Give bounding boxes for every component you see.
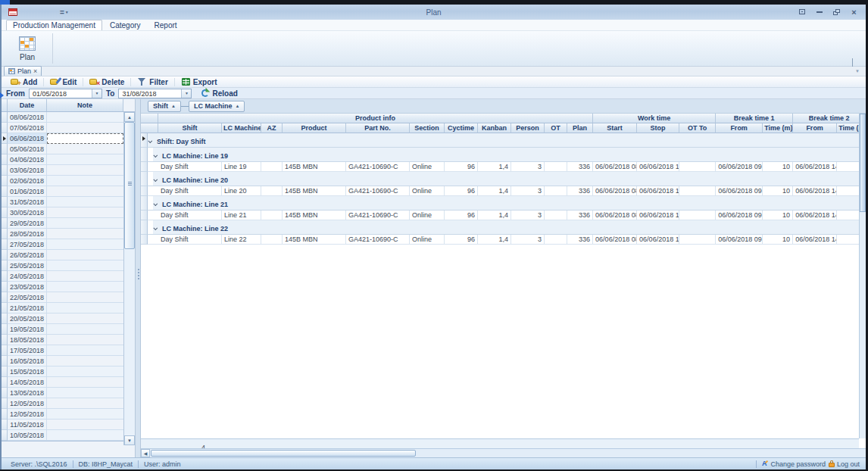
cell-break1-from[interactable]: 06/06/2018 09:50 (716, 162, 763, 172)
column-header-ot[interactable]: OT (545, 123, 567, 133)
note-cell[interactable] (47, 218, 123, 229)
plan-ribbon-button[interactable]: Plan (8, 33, 47, 64)
cell-stop[interactable]: 06/06/2018 17:00 (637, 211, 679, 220)
scroll-up-button[interactable]: ▲ (124, 112, 135, 122)
to-date-value[interactable]: 31/08/2018 (119, 89, 181, 98)
panel-splitter[interactable] (135, 99, 141, 457)
date-row[interactable]: 06/06/2018 (2, 133, 135, 144)
date-cell[interactable]: 12/05/2018 (8, 409, 47, 420)
date-cell[interactable]: 10/05/2018 (8, 430, 47, 441)
date-cell[interactable]: 22/05/2018 (8, 292, 47, 303)
cell-cyctime[interactable]: 96 (445, 235, 478, 245)
cell-break1-from[interactable]: 06/06/2018 09:50 (716, 235, 763, 245)
date-row[interactable]: 02/06/2018 (2, 176, 135, 186)
date-row[interactable]: 14/05/2018 (2, 377, 135, 388)
cell-ot[interactable] (545, 186, 567, 196)
note-cell[interactable] (47, 356, 123, 367)
note-cell[interactable] (47, 165, 123, 176)
date-cell[interactable]: 06/06/2018 (8, 133, 47, 144)
cell-plan[interactable]: 336 (567, 186, 593, 196)
to-date-editor[interactable]: 31/08/2018 ▼ (118, 89, 192, 98)
column-header-start[interactable]: Start (593, 123, 637, 133)
date-cell[interactable]: 21/05/2018 (8, 303, 47, 313)
edit-button[interactable]: Edit (45, 76, 81, 87)
from-date-dropdown[interactable]: ▼ (92, 89, 101, 98)
cell-ot-to[interactable] (679, 235, 716, 245)
cell-shift[interactable]: Day Shift (158, 162, 222, 172)
column-header-shift[interactable]: Shift (158, 123, 222, 133)
cell-person[interactable]: 3 (511, 211, 545, 220)
group-row-content[interactable]: LC Machine: Line 22 (153, 220, 859, 235)
cell-part-no[interactable]: GA421-10690-C (346, 235, 410, 245)
date-row[interactable]: 05/06/2018 (2, 144, 135, 154)
scroll-left-button[interactable]: ◀ (141, 449, 150, 457)
date-row[interactable]: 28/05/2018 (2, 229, 135, 239)
date-cell[interactable]: 12/05/2018 (8, 398, 47, 409)
date-row[interactable]: 11/05/2018 (2, 420, 135, 430)
tab-close-icon[interactable]: × (33, 68, 37, 74)
chevron-down-icon[interactable] (153, 177, 158, 182)
delete-button[interactable]: ×Delete (85, 76, 129, 87)
cell-section[interactable]: Online (410, 235, 445, 245)
date-cell[interactable]: 29/05/2018 (8, 218, 47, 229)
date-row[interactable]: 01/06/2018 (2, 186, 135, 197)
date-row[interactable]: 08/06/2018 (2, 112, 135, 123)
date-row[interactable]: 13/05/2018 (2, 388, 135, 398)
from-date-value[interactable]: 01/05/2018 (30, 89, 92, 98)
date-cell[interactable]: 15/05/2018 (8, 367, 47, 377)
cell-plan[interactable]: 336 (567, 235, 593, 245)
scrollbar-thumb[interactable] (151, 450, 416, 457)
cell-break2-time[interactable] (837, 235, 859, 245)
date-row[interactable]: 12/05/2018 (2, 409, 135, 420)
date-cell[interactable]: 05/06/2018 (8, 144, 47, 154)
data-row[interactable]: Day ShiftLine 22145B MBNGA421-10690-COnl… (141, 235, 859, 245)
note-cell[interactable] (47, 324, 123, 335)
cell-az[interactable] (261, 162, 283, 172)
date-cell[interactable]: 28/05/2018 (8, 229, 47, 239)
data-row[interactable]: Day ShiftLine 20145B MBNGA421-10690-COnl… (141, 186, 859, 196)
cell-break2-from[interactable]: 06/06/2018 14:50 (793, 235, 837, 245)
cell-kanban[interactable]: 1,4 (478, 211, 511, 220)
date-cell[interactable]: 24/05/2018 (8, 271, 47, 282)
note-cell[interactable] (47, 186, 123, 197)
cell-start[interactable]: 06/06/2018 08:00 (593, 162, 637, 172)
date-row[interactable]: 10/05/2018 (2, 430, 135, 441)
cell-cyctime[interactable]: 96 (445, 186, 478, 196)
note-cell[interactable] (47, 313, 123, 324)
cell-kanban[interactable]: 1,4 (478, 186, 511, 196)
cell-az[interactable] (261, 211, 283, 220)
cell-person[interactable]: 3 (511, 162, 545, 172)
cell-plan[interactable]: 336 (567, 162, 593, 172)
note-cell[interactable] (47, 345, 123, 356)
tab-plan[interactable]: Plan × (4, 66, 42, 76)
date-cell[interactable]: 04/06/2018 (8, 154, 47, 165)
note-column-header[interactable]: Note (47, 99, 123, 111)
cell-az[interactable] (261, 186, 283, 196)
group-row-content[interactable]: LC Machine: Line 20 (153, 172, 859, 186)
note-cell[interactable] (47, 420, 123, 430)
date-cell[interactable]: 16/05/2018 (8, 356, 47, 367)
column-header-kanban[interactable]: Kanban (478, 123, 511, 133)
date-row[interactable]: 07/06/2018 (2, 123, 135, 133)
note-cell[interactable] (47, 229, 123, 239)
column-header-product[interactable]: Product (283, 123, 346, 133)
date-cell[interactable]: 02/06/2018 (8, 176, 47, 186)
date-cell[interactable]: 13/05/2018 (8, 388, 47, 398)
group-row-content[interactable]: LC Machine: Line 19 (153, 148, 859, 162)
date-cell[interactable]: 03/06/2018 (8, 165, 47, 176)
date-cell[interactable]: 26/05/2018 (8, 250, 47, 260)
cell-cyctime[interactable]: 96 (445, 211, 478, 220)
date-row[interactable]: 16/05/2018 (2, 356, 135, 367)
scrollbar-thumb[interactable] (860, 114, 866, 212)
cell-break2-time[interactable] (837, 186, 859, 196)
column-header-person[interactable]: Person (511, 123, 545, 133)
cell-lc-machine[interactable]: Line 20 (222, 186, 261, 196)
column-header-cyctime[interactable]: Cyctime (445, 123, 478, 133)
logout-link[interactable]: Log out (829, 460, 860, 468)
date-cell[interactable]: 11/05/2018 (8, 420, 47, 430)
close-button[interactable]: × (848, 7, 860, 17)
cell-part-no[interactable]: GA421-10690-C (346, 162, 410, 172)
reload-button[interactable]: Reload (201, 89, 237, 98)
cell-stop[interactable]: 06/06/2018 17:00 (637, 235, 679, 245)
note-cell[interactable] (47, 367, 123, 377)
